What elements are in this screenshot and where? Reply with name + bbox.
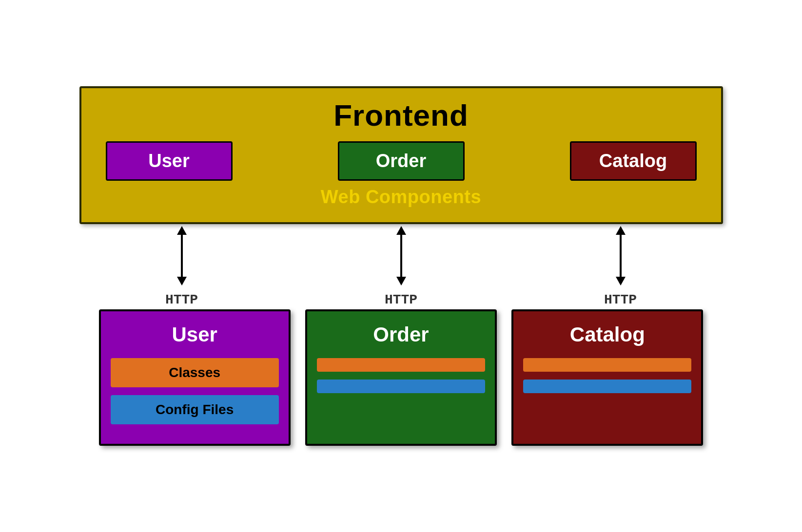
frontend-services-row: User Order Catalog [96, 141, 706, 181]
svg-marker-5 [396, 277, 406, 285]
card-item-catalog-orange [523, 358, 691, 372]
arrow-catalog-svg [611, 224, 630, 287]
svg-rect-1 [181, 235, 183, 277]
service-card-user: User Classes Config Files [99, 309, 291, 446]
arrow-order: HTTP [338, 224, 465, 309]
frontend-box: Frontend User Order Catalog Web Componen… [79, 86, 723, 224]
arrow-user-svg [172, 224, 192, 287]
card-item-order-blue [317, 380, 485, 393]
svg-marker-8 [616, 277, 626, 285]
svg-rect-4 [400, 235, 402, 277]
arrow-user-label: HTTP [165, 292, 198, 307]
arrow-catalog: HTTP [557, 224, 684, 309]
arrow-order-svg [391, 224, 411, 287]
svg-rect-7 [620, 235, 622, 277]
web-components-label: Web Components [96, 187, 706, 208]
service-card-order-title: Order [317, 323, 485, 346]
svg-marker-2 [177, 277, 187, 285]
service-card-catalog-title: Catalog [523, 323, 691, 346]
frontend-title: Frontend [96, 98, 706, 133]
frontend-catalog-badge: Catalog [570, 141, 697, 181]
service-card-catalog: Catalog [511, 309, 703, 446]
svg-marker-6 [616, 226, 626, 235]
arrow-order-label: HTTP [385, 292, 417, 307]
card-item-catalog-blue [523, 380, 691, 393]
card-item-order-orange [317, 358, 485, 372]
svg-marker-0 [177, 226, 187, 235]
arrows-row: HTTP HTTP HTTP [79, 224, 723, 309]
arrow-user: HTTP [118, 224, 245, 309]
bottom-services-row: User Classes Config Files Order Catalog [79, 309, 723, 446]
card-item-classes: Classes [111, 358, 279, 387]
architecture-diagram: Frontend User Order Catalog Web Componen… [60, 67, 743, 465]
frontend-user-badge: User [106, 141, 233, 181]
card-item-config: Config Files [111, 395, 279, 424]
svg-marker-3 [396, 226, 406, 235]
service-card-user-title: User [111, 323, 279, 346]
frontend-order-badge: Order [338, 141, 465, 181]
service-card-order: Order [305, 309, 497, 446]
arrow-catalog-label: HTTP [604, 292, 637, 307]
